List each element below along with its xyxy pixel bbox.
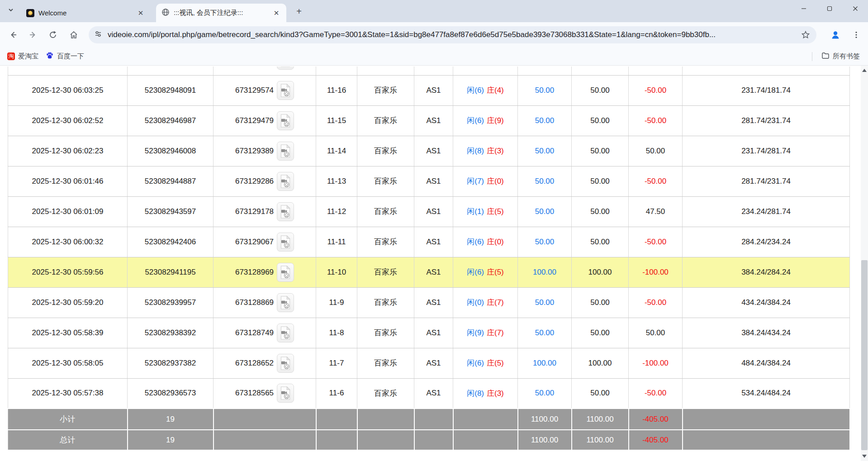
video-replay-button[interactable] — [277, 111, 294, 130]
cell-bet-id: 523082946008 — [128, 136, 213, 166]
home-button[interactable] — [66, 27, 81, 43]
cell-bet-amount[interactable]: 100.00 — [518, 257, 572, 287]
video-replay-button[interactable] — [277, 81, 294, 100]
cell-bet-amount[interactable]: 50.00 — [518, 136, 572, 166]
tab-title: :::视讯, 会员下注纪录::: — [174, 9, 268, 17]
video-replay-button[interactable] — [277, 172, 294, 191]
tab-close-icon[interactable]: ✕ — [136, 9, 145, 18]
maximize-button[interactable] — [816, 0, 842, 17]
total-valid-amount: 1100.00 — [572, 430, 629, 450]
site-controls-icon[interactable] — [94, 30, 102, 40]
cell-game-type: 百家乐 — [357, 166, 414, 196]
tab-welcome[interactable]: Welcome ✕ — [21, 4, 151, 22]
table-row: 2025-12-30 05:58:05 523082937382 6731286… — [8, 348, 850, 378]
cell-table: AS1 — [414, 227, 453, 257]
cell-bet-amount[interactable]: 50.00 — [518, 287, 572, 318]
cell-bet-time: 2025-12-30 06:02:52 — [8, 105, 128, 136]
minimize-button[interactable] — [791, 0, 816, 17]
cell-bet-amount[interactable]: 50.00 — [518, 227, 572, 257]
url-text[interactable]: videoie.com/ipl/portal.php/game/betrecor… — [108, 30, 800, 39]
cell-balance: 534.24/484.24 — [683, 378, 850, 409]
cell-bet-amount[interactable]: 50.00 — [518, 196, 572, 227]
bookmark-baidu[interactable]: 百度一下 — [42, 50, 88, 63]
cell-bet-amount[interactable]: 50.00 — [518, 105, 572, 136]
scroll-up-arrow[interactable] — [861, 67, 868, 74]
taobao-icon: 淘 — [7, 52, 15, 60]
result-banker: 庄(4) — [487, 86, 504, 95]
video-replay-button[interactable] — [277, 142, 294, 161]
scroll-down-arrow[interactable] — [861, 452, 868, 460]
cell-bet-amount[interactable]: 100.00 — [518, 348, 572, 378]
address-bar[interactable]: videoie.com/ipl/portal.php/game/betrecor… — [89, 26, 816, 43]
all-bookmarks-button[interactable]: 所有书签 — [818, 50, 863, 63]
cell-valid-amount: 50.00 — [572, 105, 629, 136]
result-player: 闲(1) — [467, 207, 484, 216]
result-banker: 庄(7) — [487, 298, 504, 307]
video-replay-button[interactable] — [277, 323, 294, 342]
result-banker: 庄(3) — [487, 389, 504, 398]
cell-bet-amount[interactable]: 50.00 — [518, 318, 572, 348]
result-banker: 庄(0) — [487, 177, 504, 185]
profile-avatar[interactable] — [828, 27, 843, 43]
cell-win-loss: -50.00 — [629, 75, 683, 105]
cell-bet-id: 523082948091 — [128, 75, 213, 105]
cell-win-loss: -50.00 — [629, 227, 683, 257]
cell-round: 11-14 — [316, 136, 357, 166]
browser-window: Welcome ✕ :::视讯, 会员下注纪录::: ✕ + — [0, 0, 868, 461]
cell-balance: 281.74/231.74 — [683, 166, 850, 196]
cell-round: 11-9 — [316, 287, 357, 318]
video-replay-button[interactable] — [277, 384, 294, 403]
bookmark-star-icon[interactable] — [800, 29, 811, 40]
table-row: 2025-12-30 06:02:52 523082946987 6731294… — [8, 105, 850, 136]
back-button[interactable] — [5, 27, 21, 43]
tab-bet-records[interactable]: :::视讯, 会员下注纪录::: ✕ — [156, 4, 286, 22]
cell-bet-amount[interactable]: 50.00 — [518, 378, 572, 409]
scrollbar-thumb[interactable] — [861, 260, 868, 450]
cell-win-loss: -50.00 — [629, 287, 683, 318]
forward-button[interactable] — [25, 27, 41, 43]
result-banker: 庄(3) — [487, 147, 504, 155]
bookmark-aitaobao[interactable]: 淘 爱淘宝 — [4, 50, 42, 63]
cell-result: 闲(6)庄(9) — [453, 105, 518, 136]
cell-result: 闲(8)庄(3) — [453, 136, 518, 166]
cell-round: 11-15 — [316, 105, 357, 136]
video-replay-button[interactable] — [277, 233, 294, 252]
cell-round: 11-13 — [316, 166, 357, 196]
cell-result: 闲(1)庄(5) — [453, 196, 518, 227]
cell-valid-amount: 50.00 — [572, 378, 629, 409]
cell-balance: 234.24/281.74 — [683, 196, 850, 227]
total-win-loss: -405.00 — [629, 430, 683, 450]
close-window-button[interactable] — [842, 0, 868, 17]
cell-round: 11-6 — [316, 378, 357, 409]
cell-bet-time: 2025-12-30 06:00:32 — [8, 227, 128, 257]
game-number: 673128749 — [235, 328, 274, 337]
page-scrollbar[interactable] — [861, 66, 868, 461]
cell-bet-amount[interactable]: 50.00 — [518, 75, 572, 105]
cell-bet-id: 523082939957 — [128, 287, 213, 318]
result-banker: 庄(9) — [487, 116, 504, 125]
table-row: 2025-12-30 05:58:39 523082938392 6731287… — [8, 318, 850, 348]
video-replay-button[interactable] — [277, 67, 294, 70]
table-row: 2025-12-30 06:02:23 523082946008 6731293… — [8, 136, 850, 166]
cell-valid-amount: 50.00 — [572, 166, 629, 196]
cell-bet-amount[interactable]: 50.00 — [518, 166, 572, 196]
cell-valid-amount: 50.00 — [572, 227, 629, 257]
cell-game-number: 000000000 — [213, 67, 316, 75]
total-label: 总计 — [8, 430, 128, 450]
tab-close-icon[interactable]: ✕ — [272, 9, 281, 18]
cell-game-number: 673128749 — [213, 318, 316, 348]
new-tab-button[interactable]: + — [293, 5, 305, 17]
video-replay-button[interactable] — [277, 293, 294, 312]
bookmarks-right: 所有书签 — [812, 50, 868, 63]
subtotal-count: 19 — [128, 409, 213, 430]
reload-button[interactable] — [45, 27, 61, 43]
tab-search-button[interactable] — [5, 5, 17, 17]
cell-game-number: 673129574 — [213, 75, 316, 105]
video-replay-button[interactable] — [277, 354, 294, 373]
game-number: 673129178 — [235, 207, 274, 216]
video-replay-button[interactable] — [277, 202, 294, 221]
bookmark-label: 爱淘宝 — [18, 52, 38, 61]
browser-menu-icon[interactable] — [849, 27, 864, 43]
video-replay-button[interactable] — [277, 263, 294, 282]
cell-valid-amount: 100.00 — [572, 257, 629, 287]
